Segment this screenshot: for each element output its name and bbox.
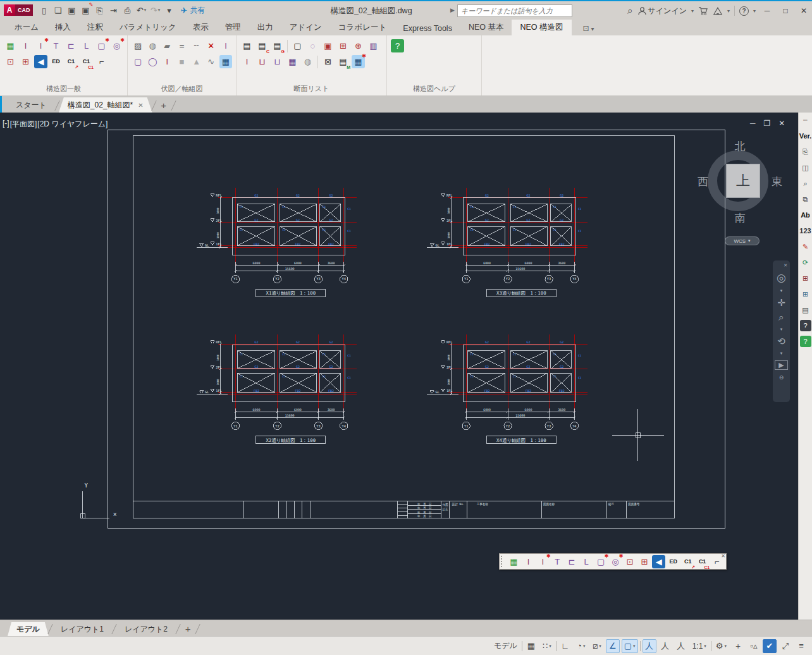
navigation-bar[interactable]: ✕◎▾✛⌕▾⟲▾▶⊖ [773,260,790,402]
signin-button[interactable]: サインイン [637,6,687,16]
steel-c-icon[interactable]: ⊏ [65,39,78,52]
doc-minimize-button[interactable]: ─ [750,119,756,128]
polar-tracking-button[interactable]: ◔▾ [574,639,588,653]
grid-create-icon[interactable]: ▦ [4,39,17,52]
text-style-icon[interactable]: Ab [800,209,811,221]
panel-label[interactable]: 伏図／軸組図 [132,84,232,95]
save-all-icon[interactable]: ⎘ [94,4,106,16]
ribbon-tab-管理[interactable]: 管理 [217,20,249,35]
cart-icon[interactable] [698,6,708,16]
steel-c-icon[interactable]: ⊏ [565,555,579,568]
ribbon-tab-出力[interactable]: 出力 [249,20,281,35]
section-table-icon[interactable]: ▤ [240,39,254,52]
corner-tool-icon[interactable]: ⌐ [710,555,723,568]
orbit-menu-arrow[interactable]: ▾ [780,351,783,355]
pan-icon[interactable]: ✛ [777,298,785,307]
ed-text-icon[interactable]: ED [667,555,680,568]
workspace-button[interactable]: ⚙▾ [713,639,729,653]
steel-l-icon[interactable]: L [580,555,593,568]
box-column-add-icon[interactable]: ▢✱ [594,555,608,568]
osnap-button[interactable]: ▢▾ [622,639,638,653]
panel-label[interactable]: 構造図ヘルプ [391,84,477,95]
dropdown-icon[interactable]: ▾ [633,644,636,649]
annotation-visibility-button[interactable]: 人 [643,639,656,653]
search-icon[interactable]: ⌕ [627,5,632,16]
app-store-icon[interactable] [713,6,723,16]
ed-text-icon[interactable]: ED [49,55,63,68]
table-rows-icon[interactable]: ▤ [800,304,811,315]
section-table-c-icon[interactable]: ▤C [255,39,269,52]
edit-pencil-icon[interactable]: ✎ [800,241,811,252]
dropdown-icon[interactable]: ▾ [724,644,727,649]
save-icon[interactable]: ▣ [66,4,78,16]
ribbon-tab-NEO-基本[interactable]: NEO 基本 [460,20,512,35]
red-square-icon[interactable]: ▣ [321,39,335,52]
find-icon[interactable]: ⌕ [800,178,811,189]
steering-wheel-icon[interactable]: ◎ [777,272,786,283]
file-tab-1[interactable]: 構造図_02_軸組図*✕ [59,97,152,113]
ribbon-tab-NEO-構造図[interactable]: NEO 構造図 [512,20,571,35]
help-green-icon[interactable]: ? [800,336,811,347]
c1-copy-icon[interactable]: C1C1 [696,555,709,568]
viewcube-north[interactable]: 北 [696,139,784,154]
steel-l-icon[interactable]: L [80,39,93,52]
annotation-autoscale-button[interactable]: 人 [658,639,672,653]
layout-tab-0[interactable]: モデル [8,622,49,636]
grid-display-button[interactable]: ▦ [524,639,538,653]
viewport-view-button[interactable]: [平面図] [10,119,37,130]
layout-tab-2[interactable]: レイアウト2 [116,622,176,636]
wheel-menu-arrow[interactable]: ▾ [780,288,783,293]
viewcube[interactable]: 北 西 東 南 上 WCS ▾ [696,135,784,249]
table-red-icon[interactable]: ⊞ [800,272,811,284]
version-icon[interactable]: Ver. [800,130,811,142]
column-grid-icon[interactable]: ⊞ [637,555,651,568]
minimize-button[interactable]: ─ [760,6,774,15]
corner-tool-icon[interactable]: ⌐ [95,55,108,68]
new-file-icon[interactable]: ▯ [38,4,51,16]
doc-title-arrow-icon[interactable]: ▶ [450,7,455,13]
viewcube-east[interactable]: 東 [772,174,782,189]
search-input[interactable] [457,4,572,17]
v-mark-icon[interactable]: ◀ [652,555,665,568]
v-mark-icon[interactable]: ◀ [34,55,47,68]
undo-icon[interactable]: ↶▾ [135,4,148,16]
ribbon-tab-ホーム[interactable]: ホーム [6,20,47,35]
c1-move-icon[interactable]: C1↗ [681,555,694,568]
xref-refresh-icon[interactable]: ⟳ [800,257,811,268]
zoom-icon[interactable]: ⌕ [778,312,784,322]
snap-mode-button[interactable]: ∷▾ [540,639,554,653]
pipe-column-add-icon[interactable]: ◎✱ [110,39,123,52]
file-tab-close-icon[interactable]: ✕ [138,102,143,109]
u-section-icon[interactable]: ⊔ [271,55,284,68]
building-add-icon[interactable]: ▦✱ [352,55,365,68]
qat-customize-icon[interactable]: ▾ [163,4,176,16]
column-section-icon[interactable]: ⊡ [4,55,17,68]
beam-add-icon[interactable]: Ｉ✱ [34,39,47,52]
dropdown-icon[interactable]: ▾ [583,644,586,649]
wcs-menu[interactable]: WCS ▾ [725,236,760,245]
table-edit-icon[interactable]: ⊞ [800,288,811,300]
grid-create-icon[interactable]: ▦ [507,555,520,568]
u-i-section-icon[interactable]: ⊔ [255,55,269,68]
cross-box-icon[interactable]: ⊞ [336,39,350,52]
double-line-icon[interactable]: ＝ [175,39,188,52]
beam-purple-icon[interactable]: Ｉ [219,39,232,52]
beam-add-icon[interactable]: Ｉ✱ [536,555,550,568]
viewcube-top-face[interactable]: 上 [726,164,760,198]
box-column-add-icon[interactable]: ▢✱ [95,39,108,52]
column-grid-icon[interactable]: ⊞ [19,55,32,68]
dotted-circle2-icon[interactable]: ◍ [301,55,314,68]
toolbar-grip[interactable]: ┉ [800,114,811,126]
x-circle-icon[interactable]: ⊠ [321,55,335,68]
hatch-flag-icon[interactable]: ▰ [161,39,173,52]
column-section-icon[interactable]: ⊡ [623,555,636,568]
crosshair-button[interactable]: ＋ [731,639,745,653]
viewport-style-button[interactable]: [2D ワイヤフレーム] [37,119,108,130]
save-as-icon[interactable]: ▣✎ [80,4,92,16]
scale-value-button[interactable]: 1:1▾ [690,639,709,653]
doc-close-button[interactable]: ✕ [778,119,785,128]
dropdown-icon[interactable]: ▾ [144,8,147,13]
viewport-split-icon[interactable]: ◫ [800,162,811,173]
member-table-icon[interactable]: ▤M [336,55,350,68]
broken-line-icon[interactable]: ╌ [190,39,203,52]
